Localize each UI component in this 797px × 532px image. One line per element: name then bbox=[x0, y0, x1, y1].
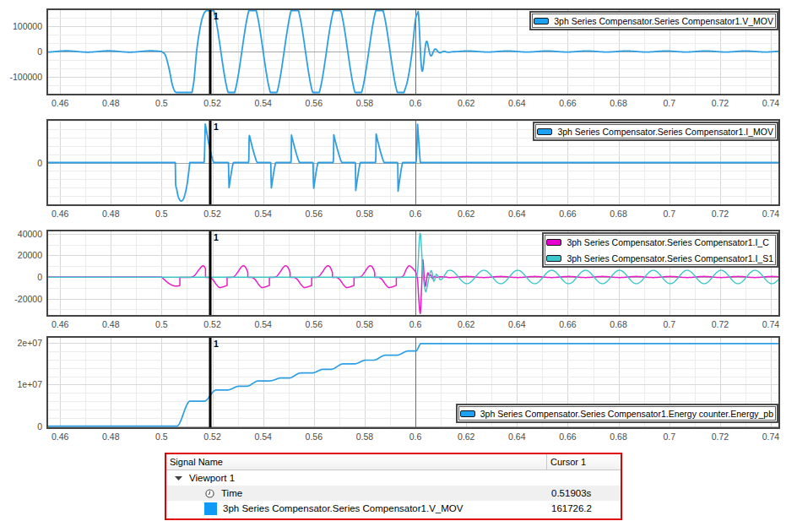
legend-swatch bbox=[537, 128, 552, 135]
x-tick-label: 0.58 bbox=[344, 319, 386, 330]
x-tick-label: 0.5 bbox=[140, 432, 182, 442]
time-name-cell: Time bbox=[166, 488, 547, 498]
x-tick-label: 0.68 bbox=[598, 98, 640, 109]
x-tick-label: 0.54 bbox=[242, 98, 285, 109]
y-tick-label: 100000 bbox=[0, 21, 42, 31]
cursor-line[interactable] bbox=[209, 121, 212, 204]
x-tick-label: 0.58 bbox=[344, 98, 386, 109]
time-cursor-value: 0.51903s bbox=[547, 488, 591, 498]
cursor-number-label: 1 bbox=[214, 339, 219, 349]
cursor-line[interactable] bbox=[209, 10, 212, 94]
cursor-line[interactable] bbox=[209, 338, 212, 427]
x-tick-label: 0.72 bbox=[699, 98, 741, 109]
x-tick-label: 0.46 bbox=[39, 209, 81, 220]
legend-label: 3ph Series Compensator.Series Compensato… bbox=[480, 409, 773, 419]
legend-swatch bbox=[546, 239, 561, 246]
legend[interactable]: 3ph Series Compensator.Series Compensato… bbox=[533, 122, 778, 141]
x-tick-label: 0.56 bbox=[293, 319, 335, 330]
y-tick-label: 20000 bbox=[0, 250, 42, 260]
legend-frame: 3ph Series Compensator.Series Compensato… bbox=[532, 14, 776, 28]
legend-entry: 3ph Series Compensator.Series Compensato… bbox=[546, 252, 773, 264]
y-tick-label: -20000 bbox=[0, 294, 42, 304]
x-tick-label: 0.58 bbox=[344, 209, 386, 220]
x-tick-label: 0.46 bbox=[39, 98, 81, 109]
x-tick-label: 0.74 bbox=[750, 432, 792, 442]
collapse-arrow-icon[interactable] bbox=[175, 476, 182, 480]
legend-entry: 3ph Series Compensator.Series Compensato… bbox=[546, 236, 773, 248]
cursor-number-label: 1 bbox=[214, 232, 219, 242]
x-tick-label: 0.66 bbox=[546, 432, 588, 442]
y-tick-label: 0 bbox=[0, 421, 42, 432]
x-tick-label: 0.56 bbox=[293, 209, 335, 220]
signal-cursor-value: 161726.2 bbox=[547, 503, 592, 513]
x-tick-label: 0.52 bbox=[192, 432, 234, 442]
table-row-signal[interactable]: 3ph Series Compensator.Series Compensato… bbox=[166, 501, 621, 516]
signal-label: 3ph Series Compensator.Series Compensato… bbox=[223, 503, 463, 513]
signal-name-cell: 3ph Series Compensator.Series Compensato… bbox=[166, 502, 547, 515]
y-tick-label: 0 bbox=[0, 158, 42, 168]
x-tick-label: 0.66 bbox=[546, 98, 588, 109]
legend[interactable]: 3ph Series Compensator.Series Compensato… bbox=[456, 404, 778, 423]
x-tick-label: 0.7 bbox=[648, 319, 691, 330]
clock-icon bbox=[205, 489, 214, 498]
legend-label: 3ph Series Compensator.Series Compensato… bbox=[567, 237, 768, 247]
x-tick-label: 0.58 bbox=[344, 432, 386, 442]
x-tick-label: 0.52 bbox=[192, 319, 234, 330]
x-tick-label: 0.72 bbox=[699, 209, 741, 220]
x-tick-label: 0.54 bbox=[242, 209, 285, 220]
x-tick-label: 0.48 bbox=[89, 432, 132, 442]
time-label: Time bbox=[221, 488, 242, 498]
legend-swatch bbox=[460, 410, 475, 417]
signal-color-swatch bbox=[204, 502, 217, 515]
x-tick-label: 0.68 bbox=[598, 432, 640, 442]
x-tick-label: 0.62 bbox=[445, 98, 487, 109]
legend-entry: 3ph Series Compensator.Series Compensato… bbox=[537, 125, 773, 138]
x-tick-label: 0.54 bbox=[242, 319, 285, 330]
y-tick-label: -100000 bbox=[0, 72, 42, 82]
legend-swatch bbox=[546, 255, 561, 262]
scope-window: 11000000-1000000.460.480.50.520.540.560.… bbox=[0, 0, 797, 532]
x-tick-label: 0.6 bbox=[394, 432, 436, 442]
x-tick-label: 0.46 bbox=[39, 432, 81, 442]
column-header-signal-name[interactable]: Signal Name bbox=[166, 454, 546, 470]
y-tick-label: 0 bbox=[0, 272, 42, 282]
legend-label: 3ph Series Compensator.Series Compensato… bbox=[557, 127, 773, 137]
x-tick-label: 0.56 bbox=[293, 432, 335, 442]
x-tick-label: 0.66 bbox=[546, 319, 588, 330]
x-tick-label: 0.68 bbox=[598, 209, 640, 220]
cursor-table: Signal Name Cursor 1 Viewport 1 Time 0.5… bbox=[165, 453, 622, 520]
x-tick-label: 0.68 bbox=[598, 319, 640, 330]
x-tick-label: 0.5 bbox=[140, 209, 182, 220]
x-tick-label: 0.62 bbox=[445, 432, 487, 442]
x-tick-label: 0.64 bbox=[496, 98, 538, 109]
x-tick-label: 0.6 bbox=[394, 209, 436, 220]
column-header-cursor1[interactable]: Cursor 1 bbox=[547, 454, 621, 470]
x-tick-label: 0.72 bbox=[699, 432, 741, 442]
legend-frame: 3ph Series Compensator.Series Compensato… bbox=[458, 406, 776, 421]
y-tick-label: 40000 bbox=[0, 229, 42, 239]
legend[interactable]: 3ph Series Compensator.Series Compensato… bbox=[529, 11, 778, 30]
x-tick-label: 0.46 bbox=[39, 319, 81, 330]
x-tick-label: 0.7 bbox=[648, 98, 691, 109]
table-row-viewport[interactable]: Viewport 1 bbox=[166, 470, 621, 486]
x-tick-label: 0.74 bbox=[750, 98, 792, 109]
cursor-number-label: 1 bbox=[214, 11, 219, 21]
x-tick-label: 0.72 bbox=[699, 319, 741, 330]
x-tick-label: 0.54 bbox=[242, 432, 285, 442]
x-tick-label: 0.64 bbox=[496, 432, 538, 442]
legend-frame: 3ph Series Compensator.Series Compensato… bbox=[535, 124, 776, 138]
x-tick-label: 0.66 bbox=[546, 209, 588, 220]
x-tick-label: 0.5 bbox=[140, 319, 182, 330]
x-tick-label: 0.62 bbox=[445, 209, 487, 220]
legend-entry: 3ph Series Compensator.Series Compensato… bbox=[534, 14, 773, 27]
cursor-line[interactable] bbox=[209, 231, 212, 315]
y-tick-label: 0 bbox=[0, 46, 42, 57]
legend[interactable]: 3ph Series Compensator.Series Compensato… bbox=[542, 232, 778, 268]
cursor-number-label: 1 bbox=[214, 122, 219, 132]
viewport-label: Viewport 1 bbox=[189, 473, 235, 483]
viewport-name-cell: Viewport 1 bbox=[166, 473, 547, 483]
table-row-time[interactable]: Time 0.51903s bbox=[166, 486, 621, 501]
x-tick-label: 0.74 bbox=[750, 209, 792, 220]
signal-trace bbox=[48, 260, 778, 314]
x-tick-label: 0.6 bbox=[394, 319, 436, 330]
